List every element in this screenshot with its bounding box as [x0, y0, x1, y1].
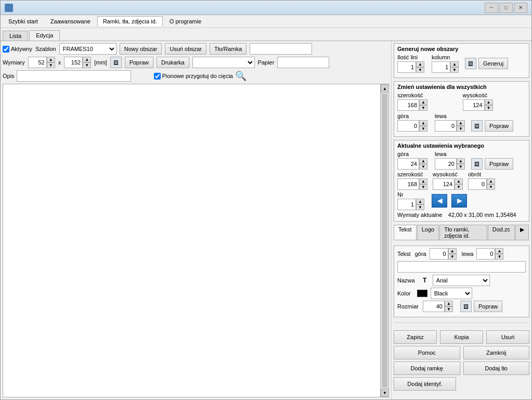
- paper-select[interactable]: [192, 57, 255, 68]
- nowy-obszar-button[interactable]: Nowy obszar: [120, 43, 162, 55]
- szablon-select[interactable]: FRAMES10: [59, 43, 116, 55]
- wysokosc-input[interactable]: 124: [463, 99, 485, 111]
- kolumn-spin-down[interactable]: ▼: [450, 67, 459, 73]
- nav-next-button[interactable]: ▶: [451, 194, 467, 208]
- lewa-input-a[interactable]: 20: [435, 158, 457, 170]
- rozmiar-popraw-button[interactable]: Popraw: [474, 301, 502, 312]
- zmien-popraw-button[interactable]: Popraw: [485, 120, 513, 132]
- dodaj-identyf-button[interactable]: Dodaj identyf.: [394, 377, 456, 391]
- lewa-spin-up-a[interactable]: ▲: [457, 158, 465, 164]
- menu-szybki-start[interactable]: Szybki start: [3, 16, 44, 27]
- height-spin-down[interactable]: ▼: [83, 62, 91, 68]
- popraw-icon-dims[interactable]: 🖼: [110, 57, 122, 68]
- rozmiar-up[interactable]: ▲: [445, 301, 453, 306]
- lewa-t-up[interactable]: ▲: [495, 248, 503, 254]
- nr-down[interactable]: ▼: [416, 204, 424, 210]
- lewa-spin-down-z[interactable]: ▼: [457, 126, 465, 132]
- tab-lista[interactable]: Lista: [3, 31, 28, 41]
- sub-tab-more[interactable]: ▶: [515, 225, 529, 240]
- obrot-down[interactable]: ▼: [487, 184, 495, 190]
- pionowe-label[interactable]: Pionowe przygotuj do cięcia: [154, 73, 233, 80]
- gora-t-up[interactable]: ▲: [448, 248, 457, 254]
- sub-tab-tlo[interactable]: Tło ramki, zdjęcia id.: [439, 225, 487, 240]
- wysokosc-spin-down[interactable]: ▼: [485, 105, 493, 111]
- gora-input-a[interactable]: 24: [397, 158, 419, 170]
- rozmiar-popraw-icon[interactable]: 🖼: [460, 301, 472, 312]
- height-input[interactable]: 152: [64, 57, 83, 68]
- close-button[interactable]: ✕: [514, 3, 527, 13]
- dodaj-tlo-button[interactable]: Dodaj tło: [463, 362, 530, 375]
- szerokosc-a-input[interactable]: 168: [397, 178, 419, 190]
- wysokosc-spin-up[interactable]: ▲: [485, 99, 493, 105]
- scroll-down-btn[interactable]: ▼: [381, 389, 389, 397]
- generuj-icon[interactable]: 🖼: [465, 58, 476, 69]
- wysokosc-a-down[interactable]: ▼: [455, 184, 463, 190]
- pionowe-checkbox[interactable]: [154, 73, 161, 80]
- width-spin-up[interactable]: ▲: [47, 57, 55, 62]
- dodaj-ramke-button[interactable]: Dodaj ramkę: [394, 362, 460, 375]
- generuj-button[interactable]: Generuj: [478, 58, 508, 69]
- aktywny-checkbox-label[interactable]: Aktywny: [3, 46, 32, 53]
- gora-t-input[interactable]: 0: [430, 248, 448, 260]
- szerokosc-spin-down[interactable]: ▼: [419, 105, 427, 111]
- ilosc-input[interactable]: 1: [397, 61, 416, 73]
- gora-t-down[interactable]: ▼: [448, 254, 457, 260]
- scroll-thumb[interactable]: [382, 94, 387, 388]
- obrot-up[interactable]: ▲: [487, 178, 495, 184]
- zmien-popraw-icon[interactable]: 🖼: [471, 120, 483, 132]
- zamknij-button[interactable]: Zamknij: [463, 346, 530, 359]
- scrollbar-vertical[interactable]: ▲ ▼: [380, 84, 388, 397]
- tlo-ramka-button[interactable]: Tło/Ramka: [210, 43, 246, 55]
- pomoc-button[interactable]: Pomoc: [394, 346, 460, 359]
- menu-ramki[interactable]: Ramki, tła, zdjęcia id.: [97, 16, 163, 27]
- width-input[interactable]: 52: [28, 57, 47, 68]
- menu-o-programie[interactable]: O programie: [164, 16, 207, 27]
- szerokosc-a-up[interactable]: ▲: [419, 178, 427, 184]
- zapisz-button[interactable]: Zapisz: [394, 330, 437, 344]
- kolumn-input[interactable]: 1: [432, 61, 450, 73]
- sub-tab-tekst[interactable]: Tekst: [394, 225, 417, 240]
- opis-input[interactable]: [17, 70, 131, 82]
- usun-obszar-button[interactable]: Usuń obszar: [165, 43, 206, 55]
- kopia-button[interactable]: Kopia: [440, 330, 483, 344]
- lewa-spin-down-a[interactable]: ▼: [457, 164, 465, 170]
- rozmiar-input[interactable]: 40: [423, 301, 445, 312]
- gora-input-z[interactable]: 0: [397, 120, 419, 132]
- aktywny-checkbox[interactable]: [3, 46, 9, 53]
- ilosc-spin-down[interactable]: ▼: [416, 67, 424, 73]
- szerokosc-input[interactable]: 168: [397, 99, 419, 111]
- width-spin-down[interactable]: ▼: [47, 62, 55, 68]
- color-select[interactable]: Black: [431, 288, 472, 299]
- maximize-button[interactable]: □: [499, 3, 513, 13]
- menu-zaawansowane[interactable]: Zaawansowane: [45, 16, 96, 27]
- drukarka-button[interactable]: Drukarka: [157, 57, 189, 68]
- szerokosc-spin-up[interactable]: ▲: [419, 99, 427, 105]
- ilosc-spin-up[interactable]: ▲: [416, 61, 424, 67]
- tlo-ramka-input[interactable]: [250, 43, 312, 55]
- sub-tab-dod[interactable]: Dod.zc: [488, 225, 515, 240]
- sub-tab-logo[interactable]: Logo: [417, 225, 439, 240]
- zoom-icon[interactable]: 🔍: [235, 70, 246, 82]
- height-spin-up[interactable]: ▲: [83, 57, 91, 62]
- popraw-button-dims[interactable]: Popraw: [125, 57, 153, 68]
- wysokosc-a-up[interactable]: ▲: [455, 178, 463, 184]
- wysokosc-a-input[interactable]: 124: [433, 178, 455, 190]
- kolumn-spin-up[interactable]: ▲: [450, 61, 459, 67]
- szerokosc-a-down[interactable]: ▼: [419, 184, 427, 190]
- gora-spin-up-a[interactable]: ▲: [419, 158, 427, 164]
- aktualne-popraw-icon[interactable]: 🖼: [471, 158, 483, 170]
- nav-prev-button[interactable]: ◀: [432, 194, 447, 208]
- scroll-up-btn[interactable]: ▲: [381, 84, 389, 93]
- tab-edycja[interactable]: Edycja: [29, 30, 60, 41]
- minimize-button[interactable]: ─: [485, 3, 498, 13]
- gora-spin-down-z[interactable]: ▼: [419, 126, 427, 132]
- tekst-content-input[interactable]: [397, 261, 526, 273]
- lewa-input-z[interactable]: 0: [435, 120, 457, 132]
- gora-spin-down-a[interactable]: ▼: [419, 164, 427, 170]
- lewa-t-input[interactable]: 0: [476, 248, 495, 260]
- aktualne-popraw-button[interactable]: Popraw: [485, 158, 513, 170]
- nr-up[interactable]: ▲: [416, 199, 424, 204]
- usun-button[interactable]: Usuń: [486, 330, 529, 344]
- font-select[interactable]: Arial: [433, 275, 490, 286]
- gora-spin-up-z[interactable]: ▲: [419, 120, 427, 126]
